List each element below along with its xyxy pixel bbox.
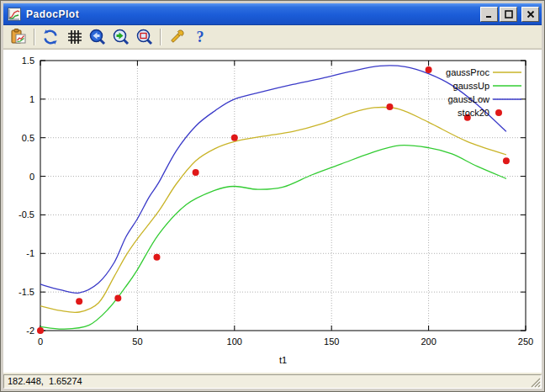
svg-text:100: 100 xyxy=(227,336,242,347)
refresh-button[interactable] xyxy=(40,27,61,47)
zoom-previous-button[interactable] xyxy=(87,27,108,47)
legend-label-stock20: stock20 xyxy=(458,108,489,118)
svg-text:1: 1 xyxy=(29,94,34,104)
series-gaussLow xyxy=(40,66,506,293)
help-button[interactable]: ? xyxy=(189,27,211,47)
minimize-button[interactable] xyxy=(480,7,498,22)
window-controls xyxy=(480,7,539,22)
svg-text:50: 50 xyxy=(132,336,142,347)
chart-area: 050100150200250-2-1.5-1-0.500.511.5t1gau… xyxy=(3,49,542,373)
svg-text:-0.5: -0.5 xyxy=(19,209,34,220)
toolbar-separator xyxy=(34,29,35,45)
grid-toggle-icon xyxy=(65,28,83,46)
status-bar: 182.448, 1.65274 xyxy=(3,373,542,389)
close-icon xyxy=(526,9,536,19)
help-icon: ? xyxy=(191,28,209,46)
zoom-next-icon xyxy=(112,28,130,46)
settings-wrench-icon xyxy=(167,28,186,46)
legend-label-gaussLow: gaussLow xyxy=(447,94,489,104)
series-stock20 xyxy=(37,66,510,334)
legend-label-gaussProc: gaussProc xyxy=(446,67,489,77)
svg-text:-1: -1 xyxy=(26,248,34,258)
resize-grip[interactable] xyxy=(530,377,541,388)
svg-text:0.5: 0.5 xyxy=(22,133,34,143)
x-axis-label: t1 xyxy=(279,355,287,365)
svg-text:-2: -2 xyxy=(26,326,34,336)
maximize-button[interactable] xyxy=(500,7,517,22)
svg-text:?: ? xyxy=(197,29,204,45)
series-gaussUp xyxy=(40,146,506,330)
svg-text:0: 0 xyxy=(29,172,34,182)
refresh-icon xyxy=(41,28,60,46)
settings-button[interactable] xyxy=(166,27,188,47)
svg-text:250: 250 xyxy=(518,336,533,347)
zoom-region-icon xyxy=(135,28,154,46)
svg-text:0: 0 xyxy=(38,336,43,347)
svg-text:-1.5: -1.5 xyxy=(19,287,34,297)
toolbar: ? xyxy=(3,25,542,49)
minimize-icon xyxy=(484,9,495,19)
title-bar[interactable]: PadocPlot xyxy=(3,3,542,25)
save-image-icon xyxy=(9,28,28,46)
chart-canvas[interactable]: 050100150200250-2-1.5-1-0.500.511.5t1gau… xyxy=(3,50,542,373)
app-icon xyxy=(8,8,21,21)
toolbar-separator xyxy=(160,29,161,45)
svg-text:1.5: 1.5 xyxy=(22,56,34,66)
grid-toggle-button[interactable] xyxy=(63,27,85,47)
close-button[interactable] xyxy=(521,7,539,22)
zoom-previous-icon xyxy=(88,28,107,46)
zoom-next-button[interactable] xyxy=(110,27,132,47)
maximize-icon xyxy=(504,9,514,19)
legend-label-gaussUp: gaussUp xyxy=(453,81,489,91)
app-window: PadocPlot xyxy=(0,0,545,392)
zoom-region-button[interactable] xyxy=(134,27,156,47)
legend: gaussProcgaussUpgaussLowstock20 xyxy=(446,67,521,118)
save-image-button[interactable] xyxy=(8,27,29,47)
window-title: PadocPlot xyxy=(26,8,480,20)
cursor-coordinates: 182.448, 1.65274 xyxy=(3,374,542,389)
svg-text:200: 200 xyxy=(421,336,436,347)
svg-text:150: 150 xyxy=(324,336,339,347)
